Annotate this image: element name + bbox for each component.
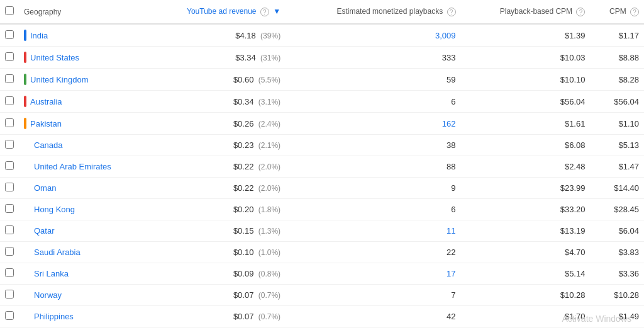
cpm-cell: $1.10	[590, 113, 644, 135]
row-checkbox[interactable]	[5, 311, 14, 320]
row-checkbox-cell[interactable]	[0, 24, 19, 47]
table-row: Pakistan$0.26 (2.4%)162$1.61$1.10	[0, 113, 644, 135]
revenue-cell: $3.34 (31%)	[145, 47, 286, 69]
row-checkbox[interactable]	[5, 96, 14, 105]
revenue-cell: $0.60 (5.5%)	[145, 69, 286, 91]
header-revenue[interactable]: YouTube ad revenue ? ▼	[145, 0, 286, 24]
cpm-cell: $3.36	[590, 263, 644, 285]
cpm-cell: $1.47	[590, 156, 644, 178]
select-all-checkbox[interactable]	[5, 6, 14, 15]
revenue-value: $0.20	[233, 205, 254, 214]
header-cpm[interactable]: CPM ?	[590, 0, 644, 24]
row-checkbox-cell[interactable]	[0, 178, 19, 199]
cpm-value: $1.47	[618, 162, 639, 171]
row-checkbox-cell[interactable]	[0, 220, 19, 242]
playback-cpm-cell: $10.10	[461, 69, 591, 91]
row-checkbox[interactable]	[5, 140, 14, 149]
country-cell: Pakistan	[19, 113, 145, 135]
row-checkbox-cell[interactable]	[0, 263, 19, 285]
country-link[interactable]: Sri Lanka	[34, 269, 69, 278]
country-link[interactable]: Pakistan	[30, 119, 62, 128]
country-link[interactable]: India	[30, 31, 48, 40]
playback-cpm-cell: $1.61	[461, 113, 591, 135]
cpm-value: $3.83	[618, 248, 639, 257]
country-link[interactable]: Australia	[30, 97, 62, 106]
country-link[interactable]: United Kingdom	[30, 75, 89, 84]
revenue-pct: (5.5%)	[256, 76, 280, 84]
row-checkbox[interactable]	[5, 247, 14, 256]
revenue-info-icon[interactable]: ?	[260, 8, 269, 16]
playback-cpm-cell: $2.96	[461, 327, 591, 331]
country-link[interactable]: Norway	[34, 290, 62, 300]
country-link[interactable]: Saudi Arabia	[34, 248, 80, 257]
playbacks-value: 17	[447, 269, 455, 278]
row-checkbox[interactable]	[5, 52, 14, 61]
row-checkbox-cell[interactable]	[0, 242, 19, 263]
playback-cpm-cell: $5.14	[461, 263, 591, 285]
row-checkbox-cell[interactable]	[0, 285, 19, 306]
row-checkbox-cell[interactable]	[0, 135, 19, 156]
row-checkbox-cell[interactable]	[0, 69, 19, 91]
revenue-value: $3.34	[235, 53, 256, 62]
country-color-bar	[24, 74, 26, 85]
row-checkbox[interactable]	[5, 225, 14, 234]
row-checkbox-cell[interactable]	[0, 91, 19, 113]
revenue-pct: (0.7%)	[256, 291, 280, 300]
playbacks-cell: 6	[286, 199, 460, 220]
country-link[interactable]: Hong Kong	[34, 205, 75, 214]
playbacks-value: 333	[442, 53, 456, 62]
row-checkbox[interactable]	[5, 161, 14, 170]
revenue-pct: (2.1%)	[256, 141, 280, 150]
country-link[interactable]: Oman	[34, 183, 56, 193]
cpm-cell: $3.83	[590, 242, 644, 263]
table-row: Sri Lanka$0.09 (0.8%)17$5.14$3.36	[0, 263, 644, 285]
revenue-pct: (1.3%)	[256, 227, 280, 236]
cpm-cell: $28.45	[590, 199, 644, 220]
cpm-cell: $8.28	[590, 69, 644, 91]
cpm-info-icon[interactable]: ?	[630, 8, 639, 16]
row-checkbox[interactable]	[5, 118, 14, 127]
country-link[interactable]: United Arab Emirates	[34, 162, 111, 171]
row-checkbox[interactable]	[5, 183, 14, 191]
row-checkbox[interactable]	[5, 204, 14, 213]
row-checkbox-cell[interactable]	[0, 306, 19, 327]
playback-cpm-info-icon[interactable]: ?	[576, 8, 585, 16]
row-checkbox[interactable]	[5, 30, 14, 39]
playbacks-value: 38	[447, 140, 455, 150]
cpm-value: $1.17	[618, 31, 639, 40]
revenue-pct: (2.0%)	[256, 162, 280, 171]
cpm-value: $8.88	[618, 53, 639, 62]
country-link[interactable]: United States	[30, 53, 79, 62]
row-checkbox-cell[interactable]	[0, 113, 19, 135]
analytics-table: Geography YouTube ad revenue ? ▼ Estimat…	[0, 0, 644, 330]
row-checkbox-cell[interactable]	[0, 199, 19, 220]
revenue-value: $0.07	[233, 312, 254, 321]
table-row: Australia$0.34 (3.1%)6$56.04$56.04	[0, 91, 644, 113]
playbacks-cell: 6	[286, 91, 460, 113]
row-checkbox[interactable]	[5, 290, 14, 299]
playback-cpm-value: $1.39	[565, 31, 586, 40]
revenue-cell: $0.34 (3.1%)	[145, 91, 286, 113]
country-link[interactable]: Philippines	[34, 312, 74, 321]
row-checkbox-cell[interactable]	[0, 327, 19, 331]
country-link[interactable]: Qatar	[34, 226, 55, 236]
header-playback-cpm[interactable]: Playback-based CPM ?	[461, 0, 591, 24]
country-link[interactable]: Canada	[34, 140, 63, 150]
country-cell: Saudi Arabia	[19, 242, 145, 263]
header-checkbox-cell[interactable]	[0, 0, 19, 24]
playbacks-value: 6	[451, 97, 455, 106]
playback-cpm-cell: $10.03	[461, 47, 591, 69]
playbacks-info-icon[interactable]: ?	[447, 8, 456, 16]
cpm-cell: $1.17	[590, 24, 644, 47]
row-checkbox[interactable]	[5, 268, 14, 277]
playbacks-cell: 22	[286, 242, 460, 263]
playbacks-cell: 19	[286, 327, 460, 331]
table-row: Canada$0.23 (2.1%)38$6.08$5.13	[0, 135, 644, 156]
row-checkbox-cell[interactable]	[0, 47, 19, 69]
revenue-pct: (0.7%)	[256, 312, 280, 321]
row-checkbox-cell[interactable]	[0, 156, 19, 178]
header-playbacks[interactable]: Estimated monetized playbacks ?	[286, 0, 460, 24]
revenue-pct: (2.0%)	[256, 184, 280, 193]
row-checkbox[interactable]	[5, 74, 14, 83]
revenue-label: YouTube ad revenue	[187, 7, 257, 16]
